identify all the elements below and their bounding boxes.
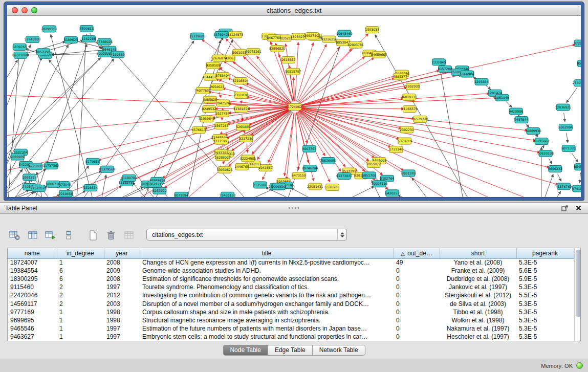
table-cell[interactable]: 6 bbox=[57, 275, 104, 283]
column-header-title[interactable]: title bbox=[140, 248, 394, 258]
table-cell[interactable]: Yano et al. (2008) bbox=[440, 258, 516, 267]
table-cell[interactable]: 2003 bbox=[104, 299, 140, 308]
graph-node[interactable]: 4576613 bbox=[192, 127, 206, 134]
table-cell[interactable]: 5.3E-5 bbox=[516, 299, 574, 308]
table-cell[interactable]: Estimation of the future numbers of pati… bbox=[140, 324, 394, 333]
table-row[interactable]: 2242004622012Investigating the contribut… bbox=[8, 291, 574, 299]
table-cell[interactable]: Franke et al. (2009) bbox=[440, 267, 516, 275]
table-cell[interactable]: 9699695 bbox=[8, 316, 57, 324]
table-cell[interactable]: 9463627 bbox=[8, 333, 57, 341]
table-row[interactable]: 977716911998Corpus callosum shape and si… bbox=[8, 308, 574, 316]
table-cell[interactable]: 1998 bbox=[104, 316, 140, 324]
graph-node[interactable]: 4606233 bbox=[548, 165, 562, 172]
graph-node[interactable]: 2055972 bbox=[366, 161, 381, 168]
column-header-in-degree[interactable]: in_degree bbox=[57, 248, 104, 258]
table-cell[interactable]: 2 bbox=[57, 283, 104, 291]
graph-node[interactable]: 57366026 bbox=[96, 38, 113, 45]
graph-node[interactable]: 41876769 bbox=[556, 183, 572, 190]
graph-node[interactable]: 90620108 bbox=[537, 150, 554, 157]
graph-node[interactable]: 36019133 bbox=[401, 94, 418, 100]
graph-node[interactable]: 6473150 bbox=[292, 172, 306, 179]
graph-node[interactable]: 8001033 bbox=[232, 49, 247, 56]
graph-node[interactable]: 1724062 bbox=[288, 104, 302, 111]
graph-node[interactable]: 3500611 bbox=[79, 25, 94, 32]
graph-node[interactable]: 5166904 bbox=[460, 71, 474, 77]
graph-node[interactable]: 1731348 bbox=[389, 146, 403, 153]
table-cell[interactable]: 18724007 bbox=[8, 258, 57, 267]
graph-node[interactable]: 5862804 bbox=[558, 124, 573, 130]
table-cell[interactable]: 1 bbox=[57, 316, 104, 324]
table-selector-combobox[interactable]: citations_edges.txt bbox=[146, 229, 347, 240]
table-cell[interactable]: de Silva et al. (2003) bbox=[440, 299, 516, 308]
graph-node[interactable]: 5260885 bbox=[236, 124, 250, 130]
graph-node[interactable]: 6362971 bbox=[147, 181, 162, 187]
graph-node[interactable]: 8073894 bbox=[174, 192, 188, 197]
graph-node[interactable]: 82896820 bbox=[269, 45, 286, 52]
tab-edge-table[interactable]: Edge Table bbox=[268, 345, 313, 355]
graph-node[interactable]: 4420986 bbox=[509, 108, 523, 115]
graph-node[interactable]: 12036925 bbox=[555, 104, 572, 111]
table-cell[interactable]: 2 bbox=[57, 299, 104, 308]
table-cell[interactable]: 14569117 bbox=[8, 299, 57, 308]
graph-node[interactable]: 6179658 bbox=[85, 158, 100, 165]
splitter-handle[interactable] bbox=[288, 207, 301, 209]
graph-node[interactable]: 9487644 bbox=[514, 117, 529, 123]
graph-node[interactable]: 8157200 bbox=[438, 65, 452, 72]
tab-node-table[interactable]: Node Table bbox=[223, 345, 268, 355]
graph-node[interactable]: 1593033 bbox=[365, 27, 380, 33]
table-row[interactable]: 1938455462009Genome-wide association stu… bbox=[8, 267, 574, 275]
table-cell[interactable]: 1997 bbox=[104, 333, 140, 341]
network-window-titlebar[interactable]: citations_edges.txt bbox=[7, 5, 581, 16]
graph-node[interactable]: 61373835 bbox=[336, 172, 353, 179]
graph-node[interactable]: 5528203 bbox=[325, 184, 340, 190]
graph-node[interactable]: 3217230 bbox=[239, 135, 253, 142]
graph-node[interactable]: 8257972 bbox=[153, 187, 167, 194]
close-window-button[interactable] bbox=[12, 7, 18, 13]
table-cell[interactable]: 6 bbox=[57, 267, 104, 275]
table-cell[interactable]: Investigating the contribution of common… bbox=[140, 291, 394, 299]
table-cell[interactable]: 5.3E-5 bbox=[516, 324, 574, 333]
graph-node[interactable]: 75626690 bbox=[320, 158, 336, 164]
table-cell[interactable]: 5.9E-5 bbox=[516, 275, 574, 283]
table-cell[interactable]: 9777169 bbox=[8, 308, 57, 316]
table-cell[interactable]: 5.3E-5 bbox=[516, 258, 574, 267]
table-cell[interactable]: 5.6E-5 bbox=[516, 267, 574, 275]
zoom-window-button[interactable] bbox=[31, 7, 37, 13]
table-cell[interactable]: 9115460 bbox=[8, 283, 57, 291]
graph-node[interactable]: 27775997 bbox=[213, 138, 230, 144]
graph-node[interactable]: 3725087 bbox=[574, 40, 581, 47]
column-settings-button[interactable] bbox=[8, 229, 21, 242]
graph-node[interactable]: 4223030 bbox=[29, 163, 43, 170]
table-cell[interactable]: 5.5E-5 bbox=[516, 291, 574, 299]
table-row[interactable]: 946362711997Embryonic stem cells: a mode… bbox=[8, 333, 574, 341]
table-cell[interactable]: 18300295 bbox=[8, 275, 57, 283]
show-columns-button[interactable] bbox=[26, 229, 39, 242]
graph-node[interactable]: 16288027 bbox=[214, 154, 231, 161]
graph-node[interactable]: 4741887 bbox=[572, 185, 581, 192]
table-cell[interactable]: 5.3E-5 bbox=[516, 316, 574, 324]
table-cell[interactable]: Tourette syndrome. Phenomenology and cla… bbox=[140, 283, 394, 291]
graph-node[interactable]: 46215662 bbox=[533, 138, 550, 145]
close-panel-icon[interactable] bbox=[574, 204, 583, 212]
graph-node[interactable]: 32108504 bbox=[232, 77, 249, 84]
graph-node[interactable]: 8467769 bbox=[267, 35, 281, 41]
graph-node[interactable]: 8852298 bbox=[36, 49, 51, 55]
import-table-button[interactable] bbox=[122, 229, 136, 242]
table-cell[interactable]: 0 bbox=[394, 283, 440, 291]
graph-node[interactable]: 4180889 bbox=[111, 51, 125, 58]
table-cell[interactable]: 2 bbox=[57, 291, 104, 299]
table-cell[interactable]: 0 bbox=[394, 267, 440, 275]
graph-node[interactable]: 29927402 bbox=[304, 33, 320, 39]
graph-node[interactable]: 61180782 bbox=[121, 174, 137, 181]
table-cell[interactable]: Dudbridge et al. (2008) bbox=[440, 275, 516, 283]
table-cell[interactable]: 0 bbox=[394, 275, 440, 283]
graph-node[interactable]: 1293884 bbox=[474, 78, 489, 85]
table-cell[interactable]: 0 bbox=[394, 291, 440, 299]
table-cell[interactable]: 49 bbox=[394, 258, 440, 267]
graph-node[interactable]: 31939649 bbox=[199, 116, 215, 122]
table-cell[interactable]: Jankovic et al. (1997) bbox=[440, 283, 516, 291]
graph-node[interactable]: 7942576 bbox=[216, 100, 230, 106]
graph-node[interactable]: 2331840 bbox=[432, 59, 446, 65]
float-panel-icon[interactable] bbox=[560, 204, 570, 212]
table-cell[interactable]: Estimation of significance thresholds fo… bbox=[140, 275, 394, 283]
